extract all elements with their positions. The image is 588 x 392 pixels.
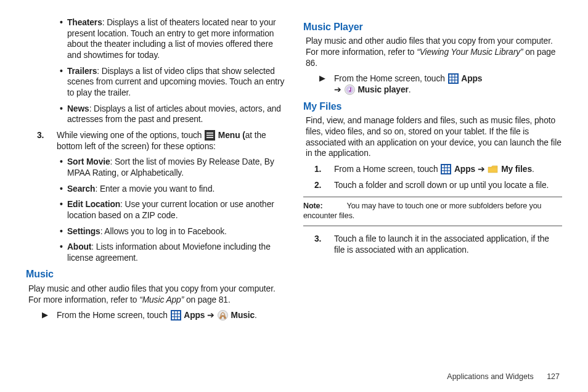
svg-rect-36	[448, 168, 451, 171]
step-3: 3. While viewing one of the options, tou…	[37, 130, 285, 152]
note-label: Note:	[303, 202, 322, 210]
svg-rect-22	[452, 78, 454, 80]
svg-rect-23	[455, 78, 457, 80]
note-box: Note: You may have to touch one or more …	[303, 197, 562, 226]
svg-rect-33	[448, 165, 451, 168]
svg-rect-24	[449, 81, 452, 83]
svg-rect-11	[172, 317, 174, 320]
svg-rect-32	[445, 165, 447, 168]
svg-rect-8	[172, 314, 174, 317]
heading-my-files: My Files	[303, 100, 562, 113]
svg-rect-34	[442, 168, 444, 171]
music-player-icon	[345, 84, 355, 95]
step-number: 1.	[314, 164, 334, 175]
svg-rect-35	[445, 168, 447, 171]
bullet-dot: •	[60, 66, 67, 99]
bullet-theaters: • Theaters: Displays a list of theaters …	[60, 17, 285, 61]
bullet-dot: •	[60, 104, 67, 125]
step-number: 3.	[314, 234, 334, 255]
apps-icon	[441, 164, 451, 174]
music-player-step: ▶ From the Home screen, touch Apps ➔ Mus…	[319, 73, 562, 95]
svg-rect-3	[206, 137, 213, 138]
footer-page-number: 127	[547, 372, 560, 381]
svg-rect-10	[178, 314, 180, 317]
svg-rect-39	[448, 171, 451, 173]
svg-rect-31	[442, 165, 444, 168]
music-player-intro: Play music and other audio files that yo…	[306, 36, 562, 68]
my-files-step-2: 2. Touch a folder and scroll down or up …	[314, 180, 562, 191]
svg-rect-38	[445, 171, 447, 173]
step-number: 2.	[314, 180, 334, 191]
bullet-trailers: • Trailers: Displays a list of video cli…	[60, 66, 285, 99]
svg-rect-5	[172, 311, 174, 314]
bullet-settings: • Settings: Allows you to log in to Face…	[60, 226, 285, 237]
bullet-news: • News: Displays a list of articles abou…	[60, 104, 285, 125]
svg-rect-2	[206, 135, 213, 136]
svg-rect-6	[174, 311, 177, 314]
my-files-step-1: 1. From a Home screen, touch Apps ➔ My f…	[314, 164, 562, 175]
bullet-search: • Search: Enter a movie you want to find…	[60, 184, 285, 195]
bullet-edit-location: • Edit Location: Use your current locati…	[60, 199, 285, 221]
bullet-dot: •	[60, 17, 67, 61]
my-files-step-3: 3. Touch a file to launch it in the asso…	[314, 234, 562, 255]
note-text: You may have to touch one or more subfol…	[303, 202, 541, 220]
step-body: While viewing one of the options, touch …	[57, 130, 285, 152]
my-files-intro: Find, view, and manage folders and files…	[306, 115, 562, 159]
svg-rect-9	[174, 314, 177, 317]
svg-rect-1	[206, 133, 213, 134]
heading-music-player: Music Player	[303, 21, 562, 33]
page-body: • Theaters: Displays a list of theaters …	[0, 0, 588, 362]
music-step: ▶ From the Home screen, touch Apps ➔ Mus…	[42, 310, 285, 321]
svg-rect-13	[178, 317, 180, 320]
music-intro: Play music and other audio files that yo…	[28, 284, 285, 305]
footer-section: Applications and Widgets	[447, 372, 533, 381]
triangle-icon: ▶	[319, 73, 334, 95]
step-number: 3.	[37, 130, 57, 152]
heading-music: Music	[26, 268, 285, 280]
svg-rect-37	[442, 171, 444, 173]
svg-rect-12	[174, 317, 177, 320]
svg-rect-25	[452, 81, 454, 83]
bullet-body: Trailers: Displays a list of video clips…	[67, 66, 285, 99]
folder-icon	[488, 164, 498, 174]
svg-rect-20	[455, 75, 457, 77]
svg-rect-19	[452, 75, 454, 77]
svg-rect-26	[455, 81, 457, 83]
apps-icon	[171, 310, 181, 321]
bullet-sort-movie: • Sort Movie: Sort the list of movies By…	[60, 157, 285, 178]
music-icon	[218, 310, 228, 321]
svg-rect-21	[449, 78, 452, 80]
apps-icon	[448, 73, 459, 84]
svg-rect-7	[178, 311, 180, 314]
menu-icon	[205, 130, 215, 141]
bullet-body: News: Displays a list of articles about …	[67, 104, 285, 125]
triangle-icon: ▶	[42, 310, 57, 321]
page-footer: Applications and Widgets 127	[447, 372, 560, 381]
bullet-body: Theaters: Displays a list of theaters lo…	[67, 17, 285, 61]
bullet-about: • About: Lists information about Moviefo…	[60, 242, 285, 263]
svg-rect-18	[449, 75, 452, 77]
